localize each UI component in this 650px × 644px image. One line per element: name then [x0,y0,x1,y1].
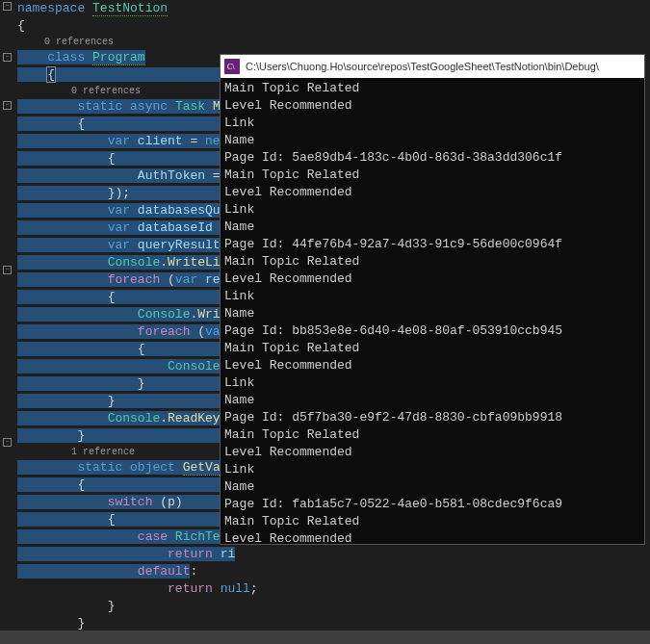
console-output-line: Link [224,115,640,132]
namespace-name: TestNotion [92,1,168,16]
console-output-line: Level Recommended [224,184,640,201]
console-output-line: Main Topic Related [224,426,640,444]
console-output-line: Name [224,478,640,496]
equals: = [183,134,205,148]
keyword-var: var [108,238,130,252]
keyword-class: class [47,50,85,64]
keyword-object: object [130,460,175,475]
brace-open: { [108,290,116,304]
console-output-line: Link [224,201,640,219]
keyword-return: return [168,547,213,561]
var-client: client [138,134,183,148]
keyword-static: static [77,460,122,475]
brace-close: } [108,599,116,613]
brace-open: { [47,67,55,82]
console-output-line: Link [224,461,640,478]
keyword-async: async [130,99,168,114]
method-readkey: ReadKey [168,411,221,425]
console-output-line: Main Topic Related [224,340,640,357]
class-name: Program [92,50,145,65]
type-console: Console [138,307,191,322]
console-output-body[interactable]: Main Topic RelatedLevel RecommendedLinkN… [221,78,644,544]
brace-close: } [138,376,145,391]
keyword-static: static [77,99,122,114]
console-output-line: Link [224,374,640,392]
brace-open: { [108,151,116,166]
console-output-line: Name [224,392,640,409]
brace-close: }); [108,186,130,200]
console-output-line: Name [224,132,640,149]
brace-open: { [17,18,25,33]
svg-text:C\: C\ [227,63,235,71]
console-output-line: Main Topic Related [224,167,640,184]
keyword-namespace: namespace [17,1,85,15]
keyword-var: var [175,272,197,287]
console-output-line: Page Id: 44fe76b4-92a7-4d33-91c9-56de00c… [224,236,640,253]
console-output-line: Page Id: bb853e8e-6d40-4e08-80af-053910c… [224,322,640,340]
brace-open: { [77,116,85,131]
keyword-case: case [138,529,168,544]
keyword-var: var [108,203,130,218]
keyword-default: default [138,564,191,579]
console-output-line: Level Recommended [224,530,640,544]
keyword-switch: switch [108,495,153,509]
console-output-line: Level Recommended [224,97,640,115]
gutter: − − − − − [0,0,17,644]
brace-open: { [138,342,145,356]
codelens-references[interactable]: 0 references [17,35,650,49]
keyword-foreach: foreach [138,324,191,339]
console-title-path: C:\Users\Chuong.Ho\source\repos\TestGoog… [246,61,599,72]
fold-minus-icon[interactable]: − [3,53,12,62]
type-console: Console [108,255,161,270]
type-console: Console [108,411,161,425]
console-output-window[interactable]: C\ C:\Users\Chuong.Ho\source\repos\TestG… [220,54,645,545]
console-output-line: Level Recommended [224,270,640,288]
brace-close: } [77,428,85,443]
console-output-line: Page Id: fab1a5c7-0522-4ae0-b581-08cdec9… [224,496,640,513]
type-console: Console [168,359,221,374]
var-queryresult: queryResult [138,238,221,252]
console-output-line: Name [224,305,640,322]
var-ri: ri [213,547,235,561]
fold-minus-icon[interactable]: − [3,266,12,274]
console-output-line: Name [224,219,640,236]
brace-close: } [108,394,116,408]
fold-minus-icon[interactable]: − [3,438,12,447]
console-output-line: Page Id: 5ae89db4-183c-4b0d-863d-38a3dd3… [224,149,640,167]
console-output-line: Link [224,288,640,305]
prop-authtoken: AuthToken [138,168,205,183]
horizontal-scrollbar[interactable] [0,631,650,644]
brace-open: { [108,512,116,527]
type-task: Task [175,99,205,114]
keyword-var: var [108,134,130,148]
brace-close: } [77,616,85,631]
brace-open: { [77,477,85,492]
console-output-line: Page Id: d5f7ba30-e9f2-47d8-8830-cbfa09b… [224,409,640,426]
console-output-line: Main Topic Related [224,253,640,270]
var-databaseid: databaseId [138,220,213,235]
keyword-null: null [213,581,250,596]
keyword-foreach: foreach [108,272,161,287]
console-app-icon: C\ [224,59,240,74]
fold-minus-icon[interactable]: − [3,2,12,11]
console-output-line: Main Topic Related [224,80,640,97]
console-output-line: Level Recommended [224,444,640,461]
console-output-line: Main Topic Related [224,513,640,530]
keyword-var: var [108,220,130,235]
fold-minus-icon[interactable]: − [3,101,12,110]
console-titlebar[interactable]: C\ C:\Users\Chuong.Ho\source\repos\TestG… [221,55,644,78]
keyword-return: return [168,581,213,596]
console-output-line: Level Recommended [224,357,640,374]
